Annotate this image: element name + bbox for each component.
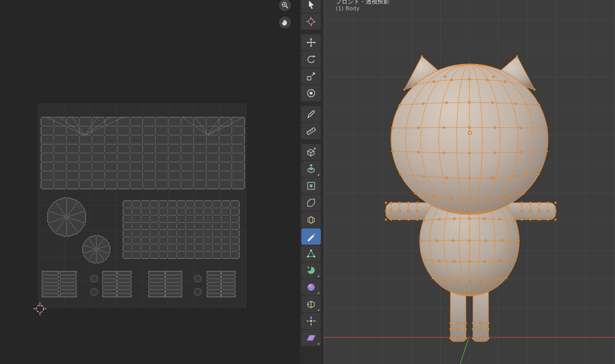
loop-cut-icon xyxy=(306,215,316,225)
active-object-label: (1) Body xyxy=(336,5,360,12)
tool-annotate-button[interactable] xyxy=(301,106,321,122)
annotate-icon xyxy=(306,109,316,119)
tool-edge-slide-button[interactable] xyxy=(301,296,321,312)
zoom-icon xyxy=(281,1,289,9)
move-icon xyxy=(306,37,316,48)
tool-cursor-button[interactable] xyxy=(301,13,321,30)
poly-build-icon xyxy=(306,248,316,259)
shear-icon xyxy=(306,333,316,343)
spin-icon xyxy=(306,265,316,275)
tool-extrude-region-button[interactable] xyxy=(301,161,321,177)
viewport-3d[interactable]: フロント・透視投影 (1) Body xyxy=(323,0,615,364)
bevel-icon xyxy=(306,198,316,208)
tool-loop-cut-button[interactable] xyxy=(301,211,321,228)
inset-faces-icon xyxy=(306,181,316,191)
tool-select-box-button[interactable] xyxy=(301,0,321,13)
pan-icon xyxy=(281,18,289,27)
smooth-icon xyxy=(306,282,316,292)
tool-measure-button[interactable] xyxy=(301,123,321,139)
knife-icon xyxy=(306,231,316,242)
toolbar-separator xyxy=(299,30,323,34)
tool-poly-build-button[interactable] xyxy=(301,245,321,262)
tool-rotate-button[interactable] xyxy=(301,51,321,68)
measure-icon xyxy=(306,126,316,136)
tool-shear-button[interactable] xyxy=(301,330,321,346)
toolbar-separator xyxy=(299,140,323,143)
tool-shrink-fatten-button[interactable] xyxy=(301,313,321,329)
tool-transform-button[interactable] xyxy=(301,85,321,101)
tool-move-button[interactable] xyxy=(301,34,321,51)
uv-editor-panel[interactable] xyxy=(0,0,299,364)
uv-canvas[interactable] xyxy=(0,0,299,364)
scale-icon xyxy=(306,71,316,81)
tool-knife-button[interactable] xyxy=(301,228,321,245)
tool-add-cube-button[interactable] xyxy=(301,144,321,160)
pan-button[interactable] xyxy=(279,16,291,29)
tool-bevel-button[interactable] xyxy=(301,195,321,211)
tool-toolbar xyxy=(299,0,324,364)
shrink-fatten-icon xyxy=(306,316,316,326)
extrude-region-icon xyxy=(306,164,316,174)
rotate-icon xyxy=(306,54,316,65)
tool-spin-button[interactable] xyxy=(301,262,321,279)
transform-icon xyxy=(306,88,316,98)
toolbar-separator xyxy=(299,102,323,105)
cursor-icon xyxy=(306,16,316,27)
select-box-icon xyxy=(306,0,316,10)
viewport-canvas[interactable] xyxy=(323,0,615,364)
edge-slide-icon xyxy=(306,299,316,309)
tool-inset-faces-button[interactable] xyxy=(301,178,321,194)
add-cube-icon xyxy=(306,147,316,157)
tool-scale-button[interactable] xyxy=(301,68,321,84)
tool-smooth-button[interactable] xyxy=(301,279,321,295)
